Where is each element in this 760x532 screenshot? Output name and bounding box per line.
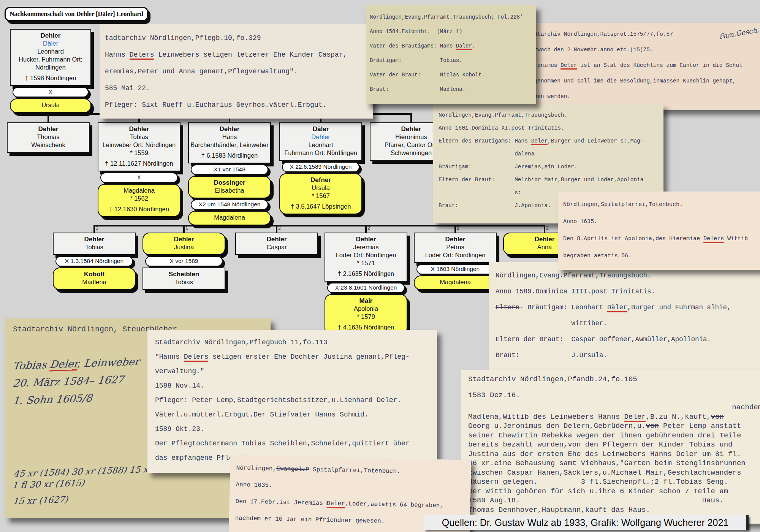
person-detail: Elisabetha: [190, 187, 269, 195]
marriage-pill: X1 vor 1548: [191, 165, 268, 175]
surname: Dehler: [145, 235, 223, 243]
document-line: Väterl.u.mütterl.Erbgut.Der Stiefvater H…: [155, 407, 429, 422]
document-line: Pfleger: Peter Lemp,Stadtgerichtsbeisitz…: [155, 393, 429, 407]
red-underlined-name: Däler: [607, 304, 627, 311]
person-detail: † 6.1583 Nördlingen: [190, 152, 269, 160]
person-detail: Ursula: [282, 184, 360, 192]
person-box: DehlerPetrusLoder Ort: Nördlingen: [414, 233, 497, 263]
document-line: 585 Mai 22.: [105, 80, 368, 97]
tree-unit-petrus: 2DehlerPetrusLoder Ort: NördlingenX 1603…: [414, 233, 497, 291]
person-detail: Magdalena: [100, 187, 178, 195]
document-line: 1589 Okt.23.: [155, 422, 429, 436]
document-line: Bräutigam: Tobias.: [370, 53, 532, 68]
red-underlined-name: Deler: [560, 62, 577, 68]
person-detail: Fuhrmann Ort: Nördlingen: [282, 149, 360, 157]
surname: Mair: [327, 297, 405, 305]
document-line: Madlena,Wittib des Leinwebers Hanns Dele…: [468, 412, 760, 422]
person-detail: Thomas: [9, 133, 87, 141]
person-detail: Apolonia: [327, 305, 405, 313]
surname: Däler: [282, 125, 360, 133]
document-line: Braut: Madlena.: [370, 82, 532, 97]
marriage-number: 2: [457, 225, 459, 231]
person-detail: * 1571: [327, 259, 405, 267]
document-pflegbuch-10: tadtarchiv Nördlingen,Pflegb.10,fo.329Ha…: [100, 24, 373, 119]
person-detail: Leonhart: [282, 141, 360, 149]
person-detail: Madlena: [55, 278, 133, 286]
document-line: begraben aetatis 56.: [563, 247, 760, 264]
person-box: DehlerJustina: [142, 233, 225, 255]
person-detail: † 1598 Nördlingen: [12, 74, 89, 82]
document-line: Pfleger: Sixt Rueff u.Eucharius Geyrhos.…: [105, 97, 368, 113]
connector-line: [410, 114, 412, 123]
person-box: DehlerThomasWeinschenk: [7, 122, 90, 153]
person-detail: † 2.1635 Nördlingen: [327, 270, 405, 278]
document-pflegbuch-11: Stadtarchiv Nördlingen,Pflegbuch 11,fo.1…: [147, 330, 437, 473]
document-totenbuch-1635-apolonia: Nördlingen,Spitalpfarrei,Totenbuch.Anno …: [558, 192, 760, 270]
alt-surname: Däler: [12, 40, 89, 48]
document-line: seiner Ehewirtin Rebekka wegen der ihnen…: [468, 431, 760, 440]
marriage-pill: X 1603 Nördlingen: [416, 264, 494, 274]
surname: Dehler: [327, 235, 405, 243]
surname: Scheiblen: [145, 270, 223, 278]
marriage-number: 2: [278, 225, 281, 231]
person-box: DehlerTobias: [53, 233, 136, 255]
person-detail: Caspar: [238, 243, 316, 251]
person-detail: † 12.1630 Nördlingen: [100, 205, 178, 213]
document-line: bereits bezahlt wurden,von den Pflegern …: [468, 440, 760, 450]
document-line: Thomas Dennhover,Hauptmann,kauft das Hau…: [468, 505, 760, 515]
surname: Defner: [282, 176, 360, 184]
person-detail: Leonhard: [12, 48, 89, 55]
marriage-pill: X2 um 1548 Nördlingen: [191, 200, 268, 210]
document-line: Georg u.Jeronimus den Delern,Gebrüdern,u…: [468, 421, 760, 431]
document-line: Nördlingen,Evang.Pfarramt,Trauungsbuch.: [496, 268, 757, 283]
document-line: Bräutigam: Jeremias,ein Loder.: [439, 160, 658, 173]
document-line: geben werden.: [527, 89, 760, 104]
struck-text: von: [646, 422, 659, 430]
document-line: Nördlingen,Evang.Pfarramt,Trauungsbuch.: [439, 109, 658, 122]
red-underlined-name: Deler: [624, 413, 646, 421]
document-line: Eltern der Braut: Melchior Mair,Burger u…: [439, 173, 658, 186]
person-detail: * 1567: [282, 192, 360, 200]
connector-line: [183, 226, 185, 233]
marriage-number: 2: [367, 225, 370, 231]
person-detail: † 3.5.1647 Löpsingen: [282, 203, 360, 211]
connector-line: [276, 226, 277, 233]
document-line: 1588 Nov.14.: [155, 378, 429, 393]
document-line: Häusern gelegen. 3 fl.Siechenpfl.;2 fl.T…: [468, 477, 760, 487]
genealogy-chart: Nachkommenschaft von Dehler [Däler] Leon…: [0, 0, 760, 532]
document-line: zwischen Caspar Hanen,Säcklers,u.Michael…: [468, 468, 760, 478]
document-line: angenommen und soll ime die Besoldung,in…: [527, 73, 760, 89]
document-line: Eltern des Bräutigams: Hans Deler,Burger…: [439, 135, 658, 147]
person-box: DehlerTobiasLeinweber Ort: Nördlingen* 1…: [98, 122, 180, 171]
person-box: Ursula: [10, 98, 91, 113]
document-line: nachdem: [468, 403, 760, 412]
document-line: Nördlingen,Evang.Pfarramt.Trauungsbuch; …: [370, 10, 532, 24]
person-detail: Tobias: [100, 133, 178, 141]
red-underlined-name: Deler: [531, 138, 548, 144]
tree-unit-thomas: DehlerThomasWeinschenk: [7, 122, 90, 154]
document-line: dalena.: [439, 147, 658, 160]
person-detail: Justina: [145, 243, 223, 251]
document-line: 46 xr.eine Behausung samt Viehhaus,"Gart…: [468, 459, 760, 468]
person-detail: Hans: [190, 133, 269, 141]
document-line: Eltern- Bräutigam: Leonhart Däler,Burger…: [496, 299, 757, 315]
person-detail: Loder Ort: Nördlingen: [416, 251, 494, 259]
person-box: DehlerCaspar: [235, 233, 318, 255]
tree-unit-caspar: 2DehlerCaspar: [235, 233, 318, 256]
connector-line: [454, 226, 456, 233]
connector-line: [48, 114, 49, 123]
struck-text: von: [711, 413, 724, 421]
struck-text: Evangel.P: [276, 466, 309, 473]
person-detail: Jeremias: [327, 243, 405, 251]
marriage-number: 1: [96, 225, 98, 231]
document-line: Der Pflegtochtermann Tobias Scheiblen,Sc…: [155, 436, 429, 451]
marriage-pill: X vor 1589: [145, 256, 223, 266]
document-line: Stadtarchiv Nördlingen,Pflegbuch 11,fo.1…: [155, 335, 429, 350]
person-detail: Hucker, Fuhrmann Ort: Nördlingen: [12, 55, 89, 71]
document-line: Anno 1635.: [563, 213, 760, 230]
surname: Dossinger: [190, 179, 269, 187]
document-line: Vater des Bräutigams: Hans Däler.: [370, 39, 532, 53]
document-line: Der Wittib gehören für sich u.ihre 6 Kin…: [468, 487, 760, 496]
person-box: DehlerJeremiasLoder Ort: Nördlingen* 157…: [325, 233, 407, 282]
document-line: Anno 1589.Dominica IIII.post Trinitatis.: [496, 283, 757, 299]
